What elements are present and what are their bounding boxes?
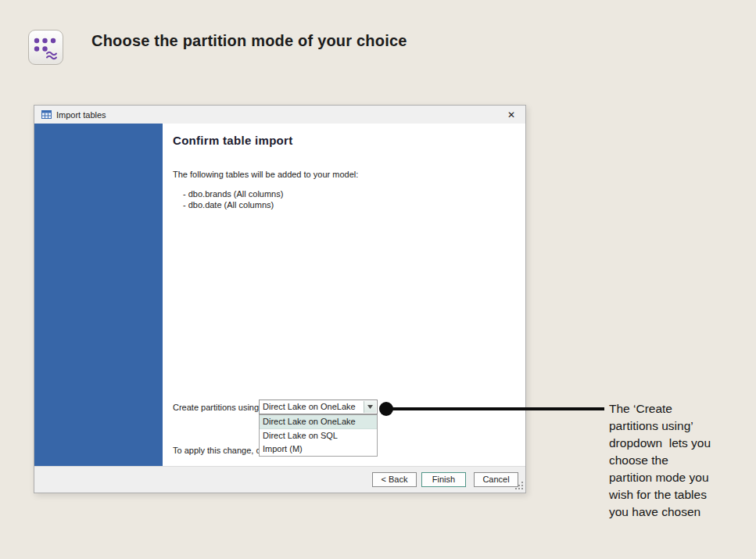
table-list-item: - dbo.brands (All columns): [183, 188, 283, 199]
dialog-content: Confirm table import The following table…: [163, 124, 525, 466]
intro-text: The following tables will be added to yo…: [173, 170, 358, 179]
resize-grip[interactable]: [514, 482, 523, 490]
table-grid-icon: [41, 110, 52, 119]
combobox-value: Direct Lake on OneLake: [263, 400, 356, 414]
create-partitions-label: Create partitions using:: [173, 403, 261, 412]
finish-button[interactable]: Finish: [421, 472, 466, 487]
table-list-item: - dbo.date (All columns): [183, 199, 283, 210]
confirm-heading: Confirm table import: [173, 134, 293, 147]
dialog-footer: < Back Finish Cancel: [34, 466, 525, 493]
partition-mode-dropdown-list: Direct Lake on OneLake Direct Lake on SQ…: [259, 414, 378, 457]
callout-connector-line: [386, 407, 604, 410]
dialog-titlebar[interactable]: Import tables ✕: [34, 106, 525, 124]
dropdown-option-import-m[interactable]: Import (M): [260, 443, 377, 456]
dialog-title: Import tables: [56, 110, 106, 120]
import-tables-dialog: Import tables ✕ Confirm table import The…: [34, 105, 526, 493]
back-button[interactable]: < Back: [372, 472, 417, 487]
dialog-body: Confirm table import The following table…: [34, 124, 525, 466]
model-dots-waves-icon: [28, 30, 63, 65]
chevron-down-icon[interactable]: [364, 401, 376, 413]
table-list: - dbo.brands (All columns) - dbo.date (A…: [183, 188, 283, 210]
apply-note-text: To apply this change, click: [173, 446, 273, 455]
wizard-sidebar-panel: [34, 124, 163, 466]
model-dots-waves-glyph: [33, 35, 59, 60]
page-title: Choose the partition mode of your choice: [91, 32, 407, 50]
partition-mode-combobox[interactable]: Direct Lake on OneLake: [259, 400, 378, 414]
close-icon[interactable]: ✕: [504, 108, 518, 122]
chevron-down-glyph: [367, 405, 373, 409]
dropdown-option-direct-lake-sql[interactable]: Direct Lake on SQL: [260, 429, 377, 443]
page-canvas: { "page": { "heading": "Choose the parti…: [0, 0, 756, 559]
dropdown-option-direct-lake-onelake[interactable]: Direct Lake on OneLake: [260, 415, 377, 429]
cancel-button[interactable]: Cancel: [474, 472, 518, 487]
callout-text: The ‘Create partitions using’ dropdown l…: [609, 400, 756, 521]
